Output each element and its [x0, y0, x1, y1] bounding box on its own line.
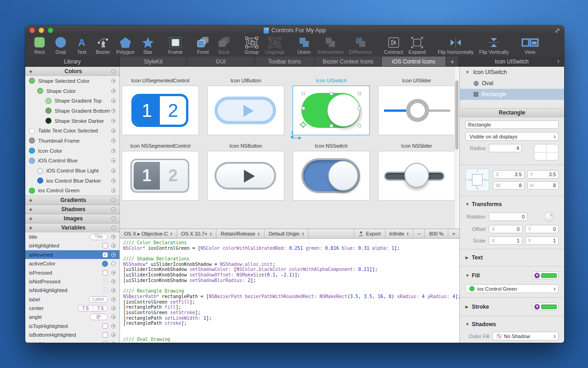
- value-field[interactable]: 0°: [90, 314, 108, 320]
- tool-text[interactable]: AText: [74, 36, 90, 55]
- offset-y-field[interactable]: Y0: [525, 225, 559, 233]
- target-icon[interactable]: [111, 98, 116, 103]
- artboard-card[interactable]: [207, 151, 284, 201]
- artboard-card[interactable]: [293, 151, 370, 201]
- infinite-dropdown[interactable]: Infinite▲▼: [385, 229, 413, 238]
- variable-control[interactable]: [102, 261, 108, 267]
- artboard-icon-nsslider[interactable]: Icon NSSlider: [378, 143, 455, 201]
- target-icon[interactable]: [111, 79, 116, 83]
- target-icon[interactable]: [111, 168, 116, 173]
- text-field[interactable]: Label: [89, 296, 108, 303]
- checkbox-checked[interactable]: ✓: [102, 341, 108, 343]
- artboard-canvas[interactable]: Icon NSSliderIcon NSSwitchIcon NSButtonI…: [120, 67, 459, 229]
- variable-row-label[interactable]: labelLabel: [25, 295, 119, 304]
- artboard-icon-uiswitch[interactable]: Icon UISwitch: [293, 78, 370, 135]
- transforms-section-header[interactable]: ▼ Transforms: [460, 197, 564, 208]
- variable-row-activecolor[interactable]: activeColor: [25, 259, 119, 268]
- variable-row-center[interactable]: center7.57.5: [25, 304, 119, 312]
- color-item-shape-selected-color[interactable]: Shape Selected Color: [25, 76, 119, 86]
- y-field[interactable]: Y3.5: [527, 170, 559, 178]
- fill-color-swatch[interactable]: [541, 273, 557, 278]
- zoom-button[interactable]: [48, 28, 53, 33]
- variable-control[interactable]: Title: [90, 234, 108, 240]
- fill-enabled-badge[interactable]: ✕: [532, 271, 559, 279]
- target-icon[interactable]: [111, 225, 116, 230]
- target-icon[interactable]: [111, 342, 116, 343]
- variable-row-ispressed[interactable]: isPressed: [25, 268, 119, 277]
- fullscreen-icon[interactable]: [554, 27, 560, 35]
- variable-row-ishovered[interactable]: isHovered✓: [25, 250, 119, 259]
- zoom-in-button[interactable]: +: [448, 229, 459, 238]
- add-variable-icon[interactable]: +: [29, 224, 35, 231]
- artboard-icon-nsbutton[interactable]: Icon NSButton: [207, 143, 284, 201]
- pair-field[interactable]: 7.57.5: [78, 305, 108, 311]
- selection-handle[interactable]: [358, 124, 361, 127]
- variable-row-isbottomhighlighted[interactable]: isBottomHighlighted: [25, 331, 119, 339]
- variable-control[interactable]: 7.57.5: [78, 305, 108, 311]
- target-icon[interactable]: [111, 138, 116, 143]
- target-icon[interactable]: [111, 306, 116, 310]
- section-header-images[interactable]: + Images: [25, 214, 119, 223]
- color-item-shape-gradient-bottom[interactable]: Shape Gradient Bottom: [25, 106, 119, 116]
- export-button[interactable]: Export: [354, 229, 385, 238]
- artboard-card[interactable]: [207, 86, 284, 135]
- scrollbar-thumb[interactable]: [455, 80, 458, 150]
- tab-stylekit[interactable]: StyleKit: [120, 57, 187, 66]
- artboard-icon-uibutton[interactable]: Icon UIButton: [207, 78, 284, 135]
- tool-star[interactable]: Star: [140, 36, 156, 55]
- target-icon[interactable]: [111, 261, 116, 266]
- artboard-card[interactable]: [293, 86, 370, 135]
- visibility-dropdown[interactable]: Visible on all displays ▲▼: [465, 132, 559, 141]
- scale-y-field[interactable]: Y1: [525, 236, 559, 245]
- stroke-color-swatch[interactable]: [541, 305, 557, 309]
- tool-back[interactable]: Back: [216, 36, 232, 55]
- code-dropdown-os-x-objective-c[interactable]: OS X ▸ Objective-C▲▼: [120, 229, 177, 238]
- color-item-ios-control-blue[interactable]: iOS Control Blue: [25, 156, 119, 166]
- target-icon[interactable]: [111, 216, 116, 221]
- artboard-icon-nssegmentedcontrol[interactable]: Icon NSSegmentedControl12: [122, 143, 199, 201]
- code-view[interactable]: //// Color DeclarationsNSColor* iosContr…: [120, 239, 459, 343]
- add-shadow-icon[interactable]: +: [29, 206, 35, 213]
- target-icon[interactable]: [111, 324, 116, 328]
- checkbox-checked[interactable]: ✓: [102, 288, 108, 293]
- x-field[interactable]: X3.5: [493, 170, 525, 178]
- target-icon[interactable]: [111, 178, 116, 183]
- layer-oval[interactable]: Oval: [460, 78, 564, 89]
- selection-handle[interactable]: [330, 92, 333, 95]
- variable-row-angle[interactable]: angle0°: [25, 313, 119, 322]
- scale-x-field[interactable]: X1: [489, 236, 522, 245]
- selection-handle[interactable]: [358, 107, 361, 110]
- color-item-shape-color[interactable]: Shape Color: [25, 86, 119, 96]
- selection-handle[interactable]: [358, 92, 361, 95]
- artboard-card[interactable]: 12: [122, 86, 199, 135]
- variable-control[interactable]: [102, 270, 108, 276]
- variable-row-title[interactable]: titleTitle: [25, 232, 119, 241]
- tab-ios-control-icons[interactable]: iOS Control Icons: [382, 57, 446, 66]
- target-icon[interactable]: [111, 315, 116, 319]
- target-icon[interactable]: [111, 279, 116, 284]
- selection-handle[interactable]: [330, 124, 333, 127]
- variable-row-istophighlighted[interactable]: isTopHighlighted: [25, 322, 119, 330]
- target-icon[interactable]: [111, 253, 116, 257]
- target-icon[interactable]: [111, 69, 116, 74]
- variable-row-isnotpressed[interactable]: isNotPressed✓: [25, 277, 119, 286]
- target-icon[interactable]: [111, 109, 116, 113]
- color-swatch-icon[interactable]: [102, 261, 108, 267]
- height-field[interactable]: H8: [527, 181, 559, 190]
- tool-union[interactable]: Union: [296, 36, 312, 55]
- tool-expand[interactable]: Expand: [408, 36, 425, 55]
- canvas-scrollbar[interactable]: [454, 67, 459, 229]
- artboard-card[interactable]: 12: [122, 151, 199, 201]
- add-image-icon[interactable]: +: [29, 215, 35, 222]
- checkbox-unchecked[interactable]: [102, 243, 108, 248]
- tool-polygon[interactable]: Polygon: [116, 36, 135, 55]
- tool-contract[interactable]: Contract: [384, 36, 403, 55]
- checkbox-unchecked[interactable]: [102, 323, 108, 329]
- tab-gui[interactable]: GUI: [187, 57, 255, 66]
- section-header-colors[interactable]: + Colors: [25, 67, 119, 76]
- target-icon[interactable]: [111, 333, 116, 337]
- artboard-icon-uisegmentedcontrol[interactable]: Icon UISegmentedControl12: [122, 78, 199, 135]
- inspector-panel-header[interactable]: Icon UISwitch ▲▼: [459, 57, 564, 66]
- variable-control[interactable]: ✓: [102, 252, 108, 258]
- corner-radius-widget[interactable]: [534, 144, 559, 161]
